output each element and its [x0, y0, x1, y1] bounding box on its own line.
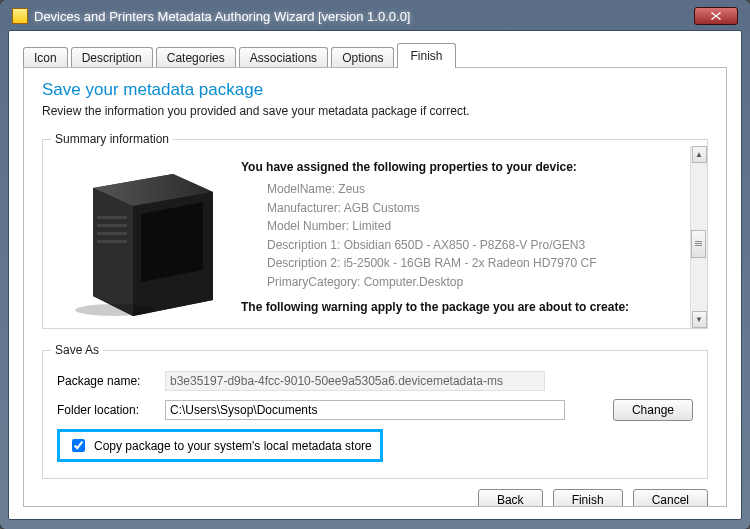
package-name-label: Package name:	[57, 374, 157, 388]
prop-description-2: Description 2: i5-2500k - 16GB RAM - 2x …	[267, 254, 674, 273]
finish-button[interactable]: Finish	[553, 489, 623, 507]
title-bar: Devices and Printers Metadata Authoring …	[8, 8, 742, 30]
page-heading: Save your metadata package	[42, 80, 708, 100]
svg-marker-4	[93, 188, 133, 316]
tab-categories[interactable]: Categories	[156, 47, 236, 68]
tab-finish[interactable]: Finish	[397, 43, 455, 68]
close-button[interactable]	[694, 7, 738, 25]
prop-model-name: ModelName: Zeus	[267, 180, 674, 199]
summary-properties: You have assigned the following properti…	[241, 154, 674, 320]
save-as-group: Save As Package name: Folder location: C…	[42, 343, 708, 479]
app-icon	[12, 8, 28, 24]
back-button[interactable]: Back	[478, 489, 543, 507]
scroll-thumb[interactable]	[691, 230, 706, 258]
scroll-track[interactable]	[692, 163, 707, 311]
summary-group: Summary information	[42, 132, 708, 329]
prop-description-1: Description 1: Obsidian 650D - AX850 - P…	[267, 236, 674, 255]
cancel-button[interactable]: Cancel	[633, 489, 708, 507]
svg-rect-6	[97, 224, 127, 227]
summary-lead: You have assigned the following properti…	[241, 160, 674, 174]
client-area: Icon Description Categories Associations…	[8, 30, 742, 520]
tab-icon[interactable]: Icon	[23, 47, 68, 68]
scroll-down-button[interactable]: ▼	[692, 311, 707, 328]
folder-location-label: Folder location:	[57, 403, 157, 417]
copy-to-store-label: Copy package to your system's local meta…	[94, 439, 372, 453]
device-image	[65, 160, 225, 320]
scroll-up-button[interactable]: ▲	[692, 146, 707, 163]
copy-to-store-row: Copy package to your system's local meta…	[57, 429, 383, 462]
summary-scrollbar[interactable]: ▲ ▼	[690, 146, 707, 328]
tab-description[interactable]: Description	[71, 47, 153, 68]
copy-to-store-checkbox[interactable]	[72, 439, 85, 452]
svg-rect-8	[97, 240, 127, 243]
change-button[interactable]: Change	[613, 399, 693, 421]
svg-marker-3	[141, 202, 203, 282]
save-as-legend: Save As	[51, 343, 103, 357]
close-icon	[711, 12, 721, 20]
prop-manufacturer: Manufacturer: AGB Customs	[267, 199, 674, 218]
tab-options[interactable]: Options	[331, 47, 394, 68]
svg-rect-7	[97, 232, 127, 235]
tab-strip: Icon Description Categories Associations…	[23, 43, 727, 68]
folder-location-field[interactable]	[165, 400, 565, 420]
window-title: Devices and Printers Metadata Authoring …	[34, 9, 410, 24]
wizard-footer: Back Finish Cancel	[42, 479, 708, 507]
tab-panel-finish: Save your metadata package Review the in…	[23, 67, 727, 507]
prop-primary-category: PrimaryCategory: Computer.Desktop	[267, 273, 674, 292]
summary-warning: The following warning apply to the packa…	[241, 300, 674, 314]
summary-legend: Summary information	[51, 132, 173, 146]
svg-point-9	[75, 304, 155, 316]
prop-model-number: Model Number: Limited	[267, 217, 674, 236]
package-name-field	[165, 371, 545, 391]
tab-associations[interactable]: Associations	[239, 47, 328, 68]
svg-rect-5	[97, 216, 127, 219]
page-subtitle: Review the information you provided and …	[42, 104, 708, 118]
wizard-window: Devices and Printers Metadata Authoring …	[0, 0, 750, 529]
